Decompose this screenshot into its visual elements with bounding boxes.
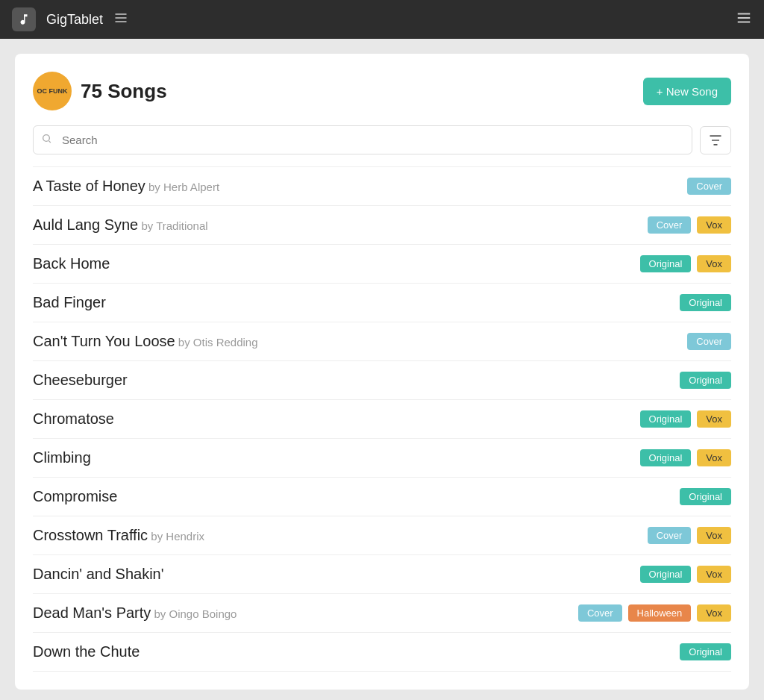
top-nav: GigTablet [0,0,764,39]
song-row[interactable]: ChromatoseOriginalVox [33,400,731,439]
song-row[interactable]: Down the ChuteOriginal [33,633,731,672]
song-tags: CoverVox [648,527,731,544]
card-header: OC FUNK 75 Songs + New Song [33,72,731,110]
song-title-area: Compromise [33,488,117,505]
song-row[interactable]: Dancin' and Shakin'OriginalVox [33,555,731,594]
song-title: Climbing [33,449,91,466]
song-row[interactable]: Bad FingerOriginal [33,284,731,322]
search-icon [41,133,53,148]
song-tags: CoverHalloweenVox [578,604,731,622]
song-artist: by Hendrix [148,530,204,543]
search-wrapper [33,125,692,154]
song-title: Bad Finger [33,294,106,310]
tag-original: Original [680,488,731,505]
song-artist: by Traditional [138,219,207,232]
song-title: Compromise [33,488,117,504]
tag-original: Original [640,255,692,272]
tag-halloween: Halloween [628,604,692,622]
song-title-area: Can't Turn You Loose by Otis Redding [33,333,258,350]
tag-vox: Vox [697,449,731,466]
song-row[interactable]: ClimbingOriginalVox [33,439,731,478]
song-title-area: Dead Man's Party by Oingo Boingo [33,604,237,622]
song-row[interactable]: A Taste of Honey by Herb AlpertCover [33,167,731,206]
song-tags: OriginalVox [640,410,731,428]
new-song-button[interactable]: + New Song [643,78,731,105]
song-tags: OriginalVox [640,449,731,466]
song-tags: Original [680,372,731,389]
song-list: A Taste of Honey by Herb AlpertCoverAuld… [33,166,731,672]
song-title-area: Dancin' and Shakin' [33,566,164,583]
filter-icon [708,133,723,148]
song-title-area: A Taste of Honey by Herb Alpert [33,178,219,195]
song-title: Down the Chute [33,643,140,660]
search-row [33,125,731,154]
song-row[interactable]: Dead Man's Party by Oingo BoingoCoverHal… [33,594,731,633]
song-tags: OriginalVox [640,255,731,272]
song-row[interactable]: CheeseburgerOriginal [33,361,731,400]
tag-cover: Cover [648,216,692,234]
song-artist: by Oingo Boingo [151,607,237,620]
song-row[interactable]: CompromiseOriginal [33,478,731,516]
song-row[interactable]: Crosstown Traffic by HendrixCoverVox [33,516,731,555]
songs-count: 75 Songs [81,80,167,103]
tag-original: Original [640,449,692,466]
tag-vox: Vox [697,527,731,544]
song-title: Dancin' and Shakin' [33,566,164,582]
song-tags: OriginalVox [640,566,731,583]
song-title-area: Chromatose [33,410,114,428]
song-title: Auld Lang Syne [33,216,138,233]
song-title: Chromatose [33,410,114,427]
song-title: A Taste of Honey [33,178,145,194]
hamburger-icon[interactable] [736,10,752,29]
song-title: Crosstown Traffic [33,527,148,543]
song-title: Cheeseburger [33,372,128,388]
song-tags: Original [680,294,731,311]
tag-cover: Cover [687,333,731,350]
tag-cover: Cover [648,527,692,544]
list-icon[interactable] [113,10,128,28]
tag-original: Original [680,294,731,311]
song-title-area: Bad Finger [33,294,106,311]
song-tags: Original [680,488,731,505]
tag-original: Original [680,643,731,660]
tag-original: Original [640,410,692,428]
tag-vox: Vox [697,566,731,583]
song-title: Can't Turn You Loose [33,333,175,349]
song-title-area: Climbing [33,449,91,466]
main-container: OC FUNK 75 Songs + New Song [0,39,764,700]
band-logo: OC FUNK [33,72,72,110]
tag-original: Original [680,372,731,389]
tag-cover: Cover [578,604,622,622]
song-row[interactable]: Auld Lang Syne by TraditionalCoverVox [33,206,731,245]
tag-cover: Cover [687,178,731,195]
song-artist: by Herb Alpert [145,181,219,193]
song-row[interactable]: Can't Turn You Loose by Otis ReddingCove… [33,322,731,361]
app-title: GigTablet [46,12,103,28]
tag-vox: Vox [697,255,731,272]
song-title-area: Cheeseburger [33,372,128,389]
tag-vox: Vox [697,410,731,428]
song-artist: by Otis Redding [175,336,258,349]
song-title: Back Home [33,255,110,272]
song-tags: Cover [687,333,731,350]
song-title-area: Back Home [33,255,110,272]
tag-original: Original [640,566,692,583]
song-tags: Cover [687,178,731,195]
app-logo-icon [12,7,36,31]
songs-card: OC FUNK 75 Songs + New Song [15,54,749,690]
song-title: Dead Man's Party [33,604,151,621]
song-tags: Original [680,643,731,660]
tag-vox: Vox [697,216,731,234]
song-title-area: Crosstown Traffic by Hendrix [33,527,204,544]
tag-vox: Vox [697,604,731,622]
song-title-area: Auld Lang Syne by Traditional [33,216,208,234]
search-input[interactable] [33,125,692,154]
song-row[interactable]: Back HomeOriginalVox [33,245,731,284]
filter-button[interactable] [700,126,731,154]
song-title-area: Down the Chute [33,643,140,660]
song-tags: CoverVox [648,216,731,234]
